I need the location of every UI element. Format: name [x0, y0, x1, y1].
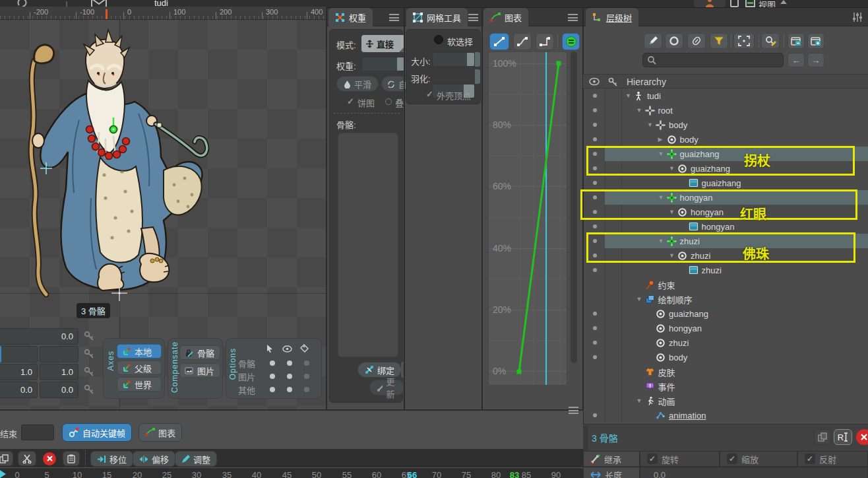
selected-bone-marker[interactable]	[108, 118, 120, 135]
timeline-menu-icon[interactable]	[569, 407, 578, 414]
key-translate-icon[interactable]	[84, 349, 95, 360]
delete-button[interactable]	[856, 429, 868, 445]
tag-dot-toggle[interactable]	[304, 374, 309, 379]
curve-stepped-button[interactable]	[536, 33, 554, 50]
viewport-ruler[interactable]: -300-200-1000100200300400	[0, 7, 326, 20]
select-dot-toggle[interactable]	[270, 374, 275, 379]
tree-ring-button[interactable]	[665, 33, 683, 49]
divider-viewport-weights[interactable]	[326, 7, 327, 409]
expander-icon[interactable]: ▼	[647, 121, 656, 128]
translate-y-cell[interactable]	[40, 346, 78, 362]
vertex-crosshair-icon[interactable]	[40, 162, 52, 174]
visibility-dot-icon[interactable]	[593, 137, 597, 141]
axes-world-button[interactable]: 世界	[117, 377, 162, 392]
weight-input[interactable]	[361, 57, 405, 71]
tree-search-input[interactable]	[642, 53, 784, 67]
scale-x-cell[interactable]: 1.0	[0, 364, 38, 380]
size-input[interactable]	[432, 52, 475, 67]
size-slider-handle[interactable]	[467, 53, 474, 66]
key-shear-icon[interactable]	[84, 384, 95, 395]
adjust-button[interactable]: 调整	[175, 451, 217, 467]
expander-icon[interactable]: ▼	[636, 296, 645, 302]
shear-y-cell[interactable]: 0.0	[40, 382, 78, 398]
key-rotate-icon[interactable]	[84, 331, 95, 342]
hull-checkbox[interactable]: ✓	[426, 89, 433, 99]
tree-row-zhuzi[interactable]: zhuzi	[583, 335, 868, 350]
tree-row-zhuzi[interactable]: zhuzi	[583, 263, 868, 277]
copy-values-button[interactable]	[814, 429, 831, 445]
view-grid-icon[interactable]	[745, 0, 756, 7]
expander-icon[interactable]: ▼	[636, 397, 645, 404]
bones-list[interactable]	[338, 133, 398, 357]
tree-row-绘制顺序[interactable]: ▼绘制顺序	[583, 292, 868, 306]
tree-row-body[interactable]: ▼body	[583, 118, 868, 132]
pie-checkbox[interactable]: ✓	[347, 96, 354, 106]
rotate-checkbox[interactable]: ✓	[647, 454, 658, 464]
tree-forward-button[interactable]: →	[807, 53, 824, 67]
visibility-dot-icon[interactable]	[593, 355, 597, 359]
translate-x-cell[interactable]	[0, 346, 38, 362]
tree-row-animation[interactable]: animation	[583, 408, 868, 423]
timeline-ruler[interactable]: 0510152025303540455055606570758085906683	[0, 467, 583, 478]
tree-row-root[interactable]: ▼root	[583, 103, 868, 118]
visibility-dot-icon[interactable]	[593, 268, 597, 272]
view-menu-label[interactable]: 视图	[759, 0, 776, 8]
delete-keys-button[interactable]	[40, 451, 59, 466]
tree-settings-icon[interactable]	[852, 12, 863, 22]
rename-button[interactable]: R	[834, 429, 852, 445]
tree-focus-button[interactable]	[733, 33, 755, 49]
divider-weights-mesh[interactable]	[404, 8, 405, 409]
curve-match-button[interactable]	[562, 33, 580, 50]
graph-scrollbar[interactable]	[571, 51, 577, 363]
visibility-dot-icon[interactable]	[593, 94, 597, 98]
tree-row-guaizhang[interactable]: guaizhang	[583, 306, 868, 321]
graph-toggle-button[interactable]: 图表	[139, 423, 182, 442]
divider-mesh-graph[interactable]	[481, 8, 483, 409]
visible-dot-toggle[interactable]	[287, 387, 292, 392]
axes-local-button[interactable]: 本地	[117, 344, 162, 358]
key-scale-icon[interactable]	[84, 366, 95, 378]
interpolation-curve[interactable]	[489, 52, 567, 386]
visibility-dot-icon[interactable]	[593, 224, 597, 228]
visibility-dot-icon[interactable]	[593, 413, 597, 417]
visibility-dot-icon[interactable]	[593, 312, 597, 316]
size-spinner[interactable]	[475, 52, 480, 67]
copy-keys-button[interactable]	[0, 451, 13, 466]
tag-dot-toggle[interactable]	[304, 387, 309, 392]
origin-crosshair-icon[interactable]	[111, 285, 127, 301]
visible-dot-toggle[interactable]	[287, 360, 292, 366]
axes-parent-button[interactable]: 父级	[117, 360, 162, 375]
curve-bezier-button[interactable]	[513, 33, 532, 50]
tree-row-事件[interactable]: 事件	[583, 379, 868, 393]
select-dot-toggle[interactable]	[270, 387, 275, 392]
tag-dot-toggle[interactable]	[304, 360, 309, 366]
offset-button[interactable]: 偏移	[133, 451, 175, 467]
smooth-button[interactable]: 平滑	[336, 76, 379, 92]
length-value-cell[interactable]: 0.0	[640, 467, 868, 478]
tree-row-guaizhang[interactable]: guaizhang	[583, 176, 868, 190]
tree-search-edit-button[interactable]	[761, 33, 780, 49]
tab-hierarchy[interactable]: 层级树	[586, 8, 638, 26]
graph-plot[interactable]: 100%80%60%40%20%0%	[488, 51, 567, 386]
tree-row-tudi[interactable]: ▼tudi	[583, 88, 868, 103]
visibility-dot-icon[interactable]	[593, 181, 597, 185]
tree-row-hongyan[interactable]: hongyan	[583, 219, 868, 234]
weights-menu-icon[interactable]	[389, 14, 399, 21]
rotate-value-cell[interactable]: 0.0	[0, 328, 78, 345]
reflect-checkbox[interactable]: ✓	[805, 454, 815, 464]
scale-y-cell[interactable]: 1.0	[40, 364, 78, 380]
tree-row-body[interactable]: ▶body	[583, 132, 868, 147]
paste-keys-button[interactable]	[63, 451, 80, 466]
compensate-bones-button[interactable]: 骨骼	[179, 345, 220, 360]
shear-x-cell[interactable]: 0.0	[0, 382, 38, 398]
tree-attachment-button[interactable]	[687, 33, 706, 49]
tab-graph[interactable]: 图表	[483, 8, 528, 26]
soft-select-toggle[interactable]	[434, 35, 443, 44]
end-frame-input[interactable]	[21, 425, 54, 440]
tree-expand-all-button[interactable]	[807, 33, 824, 49]
update-button[interactable]: 更新	[369, 380, 405, 395]
graph-menu-icon[interactable]	[568, 14, 578, 21]
mesh-menu-icon[interactable]	[468, 14, 478, 21]
document-icon[interactable]	[729, 0, 740, 7]
compensate-images-button[interactable]: 图片	[179, 363, 220, 378]
